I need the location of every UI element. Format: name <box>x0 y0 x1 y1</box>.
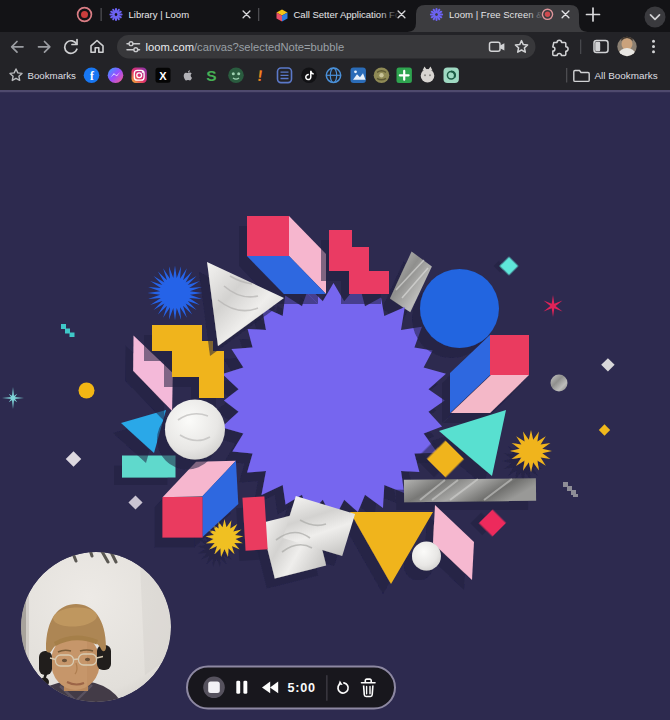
svg-text:S: S <box>206 67 216 84</box>
svg-text:X: X <box>159 70 167 82</box>
svg-text:All Bookmarks: All Bookmarks <box>595 70 658 81</box>
svg-text:loom.com/canvas?selectedNote=b: loom.com/canvas?selectedNote=bubble <box>146 41 345 53</box>
svg-text:f: f <box>90 70 94 82</box>
svg-text:Call Setter Application Fo: Call Setter Application Fo <box>294 9 401 20</box>
svg-text:Library | Loom: Library | Loom <box>129 9 190 20</box>
svg-text:5:00: 5:00 <box>288 681 316 695</box>
svg-text:Bookmarks: Bookmarks <box>28 70 77 81</box>
svg-text:Loom | Free Screen &: Loom | Free Screen & <box>449 9 543 20</box>
